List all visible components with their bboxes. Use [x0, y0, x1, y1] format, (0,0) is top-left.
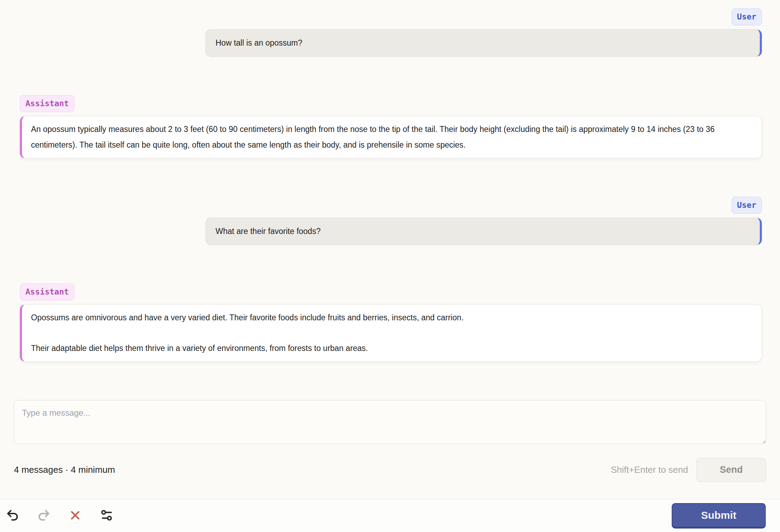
message-group-assistant: Assistant Opossums are omnivorous and ha…: [20, 283, 762, 362]
bottom-toolbar: Submit: [0, 499, 780, 532]
role-badge-user: User: [732, 197, 762, 214]
composer: 4 messages · 4 minimum Shift+Enter to se…: [14, 400, 766, 482]
undo-icon: [6, 508, 20, 523]
message-group-user: User How tall is an opossum?: [20, 8, 762, 57]
user-message-text: What are their favorite foods?: [216, 227, 750, 236]
composer-footer-right: Shift+Enter to send Send: [611, 458, 766, 482]
user-message-bubble: How tall is an opossum?: [205, 29, 762, 57]
assistant-message-bubble: An opossum typically measures about 2 to…: [20, 116, 762, 158]
message-group-assistant: Assistant An opossum typically measures …: [20, 95, 762, 158]
undo-button[interactable]: [5, 508, 20, 523]
toolbar-tools: [5, 508, 114, 523]
message-count-status: 4 messages · 4 minimum: [14, 464, 115, 475]
redo-button[interactable]: [36, 508, 52, 523]
send-shortcut-hint: Shift+Enter to send: [611, 464, 688, 475]
assistant-message-text: Their adaptable diet helps them thrive i…: [31, 341, 752, 356]
chat-transcript: User How tall is an opossum? Assistant A…: [0, 0, 780, 362]
submit-button[interactable]: Submit: [672, 503, 766, 529]
assistant-message-text: Opossums are omnivorous and have a very …: [31, 310, 752, 326]
assistant-message-text: An opossum typically measures about 2 to…: [31, 122, 752, 153]
close-icon: [68, 508, 82, 523]
role-badge-user: User: [732, 8, 762, 25]
user-message-bubble: What are their favorite foods?: [205, 218, 762, 245]
assistant-message-bubble: Opossums are omnivorous and have a very …: [20, 304, 762, 362]
message-input[interactable]: [14, 400, 766, 444]
send-button[interactable]: Send: [696, 458, 766, 482]
role-badge-assistant: Assistant: [20, 95, 75, 112]
user-message-text: How tall is an opossum?: [216, 39, 750, 47]
role-badge-assistant: Assistant: [20, 283, 75, 300]
composer-footer: 4 messages · 4 minimum Shift+Enter to se…: [14, 458, 766, 482]
chat-app: User How tall is an opossum? Assistant A…: [0, 0, 780, 532]
message-group-user: User What are their favorite foods?: [20, 197, 762, 245]
sliders-icon: [100, 508, 114, 523]
settings-button[interactable]: [99, 508, 114, 523]
close-button[interactable]: [68, 508, 83, 523]
redo-icon: [37, 508, 51, 523]
